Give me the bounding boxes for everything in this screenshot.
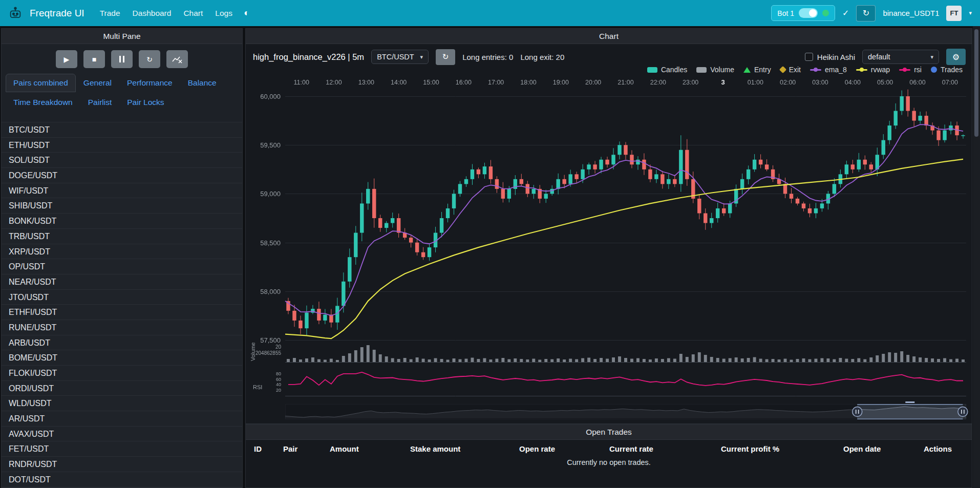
scrollbar-thumb[interactable]	[974, 29, 978, 137]
pair-list-item[interactable]: BTC/USDT	[2, 122, 242, 138]
avatar[interactable]: FT	[946, 6, 962, 21]
bot-name-label: Bot 1	[777, 9, 794, 17]
legend-item[interactable]: Entry	[743, 66, 771, 74]
heikin-ashi-checkbox[interactable]	[805, 53, 813, 61]
legend-label: Trades	[941, 66, 963, 74]
stop-button[interactable]: ■	[83, 50, 105, 68]
plot-settings-button[interactable]: ⚙	[946, 49, 966, 65]
column-header[interactable]: Open rate	[519, 444, 609, 453]
page-scrollbar[interactable]	[973, 26, 980, 488]
tab[interactable]: Pair Locks	[119, 93, 172, 112]
column-header[interactable]: ID	[254, 444, 283, 453]
pair-list-item[interactable]: TRB/USDT	[2, 229, 242, 244]
chart-controls: high_frog_binance_v226 | 5m BTC/USDT ▾ ↻…	[253, 48, 966, 66]
bot-toggle[interactable]	[799, 8, 818, 18]
navbar-right: Bot 1 ✓ ↻ binance_USDT1 FT ▾	[771, 5, 972, 22]
freqtrade-logo-icon[interactable]	[8, 6, 23, 20]
legend-label: rsi	[914, 66, 922, 74]
legend-marker-icon	[931, 67, 937, 73]
tab[interactable]: Performance	[119, 74, 180, 92]
multi-pane-tabs-row1: Pairs combinedGeneralPerformanceBalance	[6, 74, 238, 92]
pair-select[interactable]: BTC/USDT ▾	[371, 50, 429, 64]
legend-marker-icon	[856, 69, 867, 71]
column-header[interactable]: Open date	[843, 444, 924, 453]
legend-marker-icon	[647, 67, 657, 73]
pair-list-item[interactable]: AVAX/USDT	[2, 427, 242, 442]
pause-icon	[119, 56, 125, 62]
nav-link[interactable]: Dashboard	[133, 9, 172, 18]
plot-reset-button[interactable]	[166, 50, 188, 68]
play-button[interactable]: ▶	[56, 50, 77, 68]
column-header[interactable]: Pair	[283, 444, 330, 453]
nav-link[interactable]: Chart	[183, 9, 203, 18]
selected-plot-config: default	[868, 53, 890, 61]
pair-list: BTC/USDTETH/USDTSOL/USDTDOGE/USDTWIF/USD…	[2, 122, 242, 487]
chevron-down-icon: ▾	[930, 54, 933, 60]
column-header[interactable]: Actions	[924, 444, 972, 453]
column-header[interactable]: Current profit %	[721, 444, 843, 453]
main-nav: TradeDashboardChartLogs	[100, 9, 232, 18]
pair-list-item[interactable]: OP/USDT	[2, 259, 242, 274]
column-header[interactable]: Amount	[330, 444, 410, 453]
pair-list-item[interactable]: FET/USDT	[2, 441, 242, 457]
legend-marker-icon	[899, 69, 910, 71]
pair-list-item[interactable]: WIF/USDT	[2, 183, 242, 199]
pair-list-item[interactable]: JTO/USDT	[2, 290, 242, 305]
bot-selector[interactable]: Bot 1	[771, 5, 835, 21]
pair-list-item[interactable]: FLOKI/USDT	[2, 366, 242, 381]
pair-list-item[interactable]: AR/USDT	[2, 411, 242, 427]
chart-panel-title: Chart	[246, 29, 972, 44]
pair-list-item[interactable]: BOME/USDT	[2, 350, 242, 366]
check-icon: ✓	[842, 8, 849, 18]
pair-list-item[interactable]: NEAR/USDT	[2, 274, 242, 290]
nav-link[interactable]: Trade	[100, 9, 120, 18]
heikin-ashi-label: Heikin Ashi	[817, 53, 855, 61]
pair-list-item[interactable]: ORDI/USDT	[2, 381, 242, 396]
open-trades-header: IDPairAmountStake amountOpen rateCurrent…	[246, 440, 972, 455]
pair-list-item[interactable]: ETHFI/USDT	[2, 305, 242, 320]
no-trades-message: Currently no open trades.	[246, 455, 972, 470]
tab[interactable]: General	[76, 74, 119, 92]
legend-item[interactable]: rsi	[899, 66, 922, 74]
tab[interactable]: Pairs combined	[6, 74, 76, 92]
legend-item[interactable]: Volume	[696, 66, 734, 74]
tab[interactable]: Balance	[180, 74, 224, 92]
pair-list-item[interactable]: BONK/USDT	[2, 214, 242, 229]
refresh-chart-button[interactable]: ↻	[436, 49, 455, 65]
pair-list-item[interactable]: XRP/USDT	[2, 244, 242, 260]
reload-panes-button[interactable]: ↻	[139, 50, 160, 68]
navbar: Freqtrade UI TradeDashboardChartLogs ◐ B…	[0, 0, 980, 26]
legend-item[interactable]: Trades	[931, 66, 963, 74]
chart-canvas[interactable]	[247, 76, 969, 422]
pair-list-item[interactable]: ARB/USDT	[2, 335, 242, 351]
tab[interactable]: Time Breakdown	[6, 93, 80, 112]
pair-list-item[interactable]: SOL/USDT	[2, 153, 242, 168]
legend-item[interactable]: Candles	[647, 66, 687, 74]
chevron-down-icon[interactable]: ▾	[969, 10, 972, 16]
legend-marker-icon	[779, 66, 786, 73]
nav-link[interactable]: Logs	[215, 9, 232, 18]
strategy-title: high_frog_binance_v226 | 5m	[253, 52, 364, 62]
pair-list-item[interactable]: DOGE/USDT	[2, 168, 242, 183]
theme-toggle-icon[interactable]: ◐	[244, 8, 249, 18]
pair-list-item[interactable]: RNDR/USDT	[2, 457, 242, 472]
pair-list-item[interactable]: WLD/USDT	[2, 396, 242, 411]
column-header[interactable]: Current rate	[609, 444, 721, 453]
tab[interactable]: Pairlist	[80, 93, 120, 112]
selected-pair: BTC/USDT	[377, 53, 414, 61]
pair-list-item[interactable]: ETH/USDT	[2, 138, 242, 153]
plot-config-select[interactable]: default ▾	[862, 50, 939, 64]
pair-list-item[interactable]: DOT/USDT	[2, 472, 242, 487]
reload-bot-button[interactable]: ↻	[856, 5, 876, 22]
legend-item[interactable]: ema_8	[810, 66, 847, 74]
legend-label: Volume	[710, 66, 734, 74]
legend-item[interactable]: rvwap	[856, 66, 890, 74]
legend-item[interactable]: Exit	[780, 66, 801, 74]
column-header[interactable]: Stake amount	[410, 444, 519, 453]
multi-pane-title: Multi Pane	[2, 29, 242, 44]
pair-list-item[interactable]: RUNE/USDT	[2, 320, 242, 335]
pair-list-item[interactable]: SHIB/USDT	[2, 198, 242, 214]
pause-button[interactable]	[111, 50, 133, 68]
chart-panel: Chart high_frog_binance_v226 | 5m BTC/US…	[245, 28, 972, 424]
app-title[interactable]: Freqtrade UI	[30, 8, 84, 19]
